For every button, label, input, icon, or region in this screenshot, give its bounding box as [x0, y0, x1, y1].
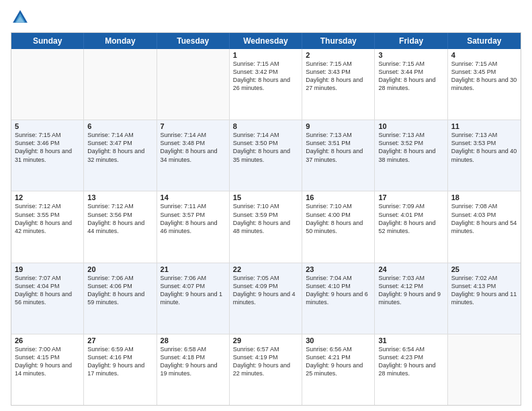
day-info: Sunrise: 6:58 AM Sunset: 4:18 PM Dayligh… [161, 345, 226, 378]
cal-cell-2-4: 8Sunrise: 7:14 AM Sunset: 3:50 PM Daylig… [230, 120, 302, 191]
cal-cell-1-3 [157, 49, 230, 120]
cal-cell-5-2: 27Sunrise: 6:59 AM Sunset: 4:16 PM Dayli… [84, 334, 157, 405]
day-number: 10 [378, 122, 443, 130]
page: SundayMondayTuesdayWednesdayThursdayFrid… [0, 0, 532, 411]
day-info: Sunrise: 7:14 AM Sunset: 3:50 PM Dayligh… [233, 131, 298, 164]
header-day-tuesday: Tuesday [157, 33, 230, 49]
day-number: 4 [451, 51, 517, 59]
day-info: Sunrise: 6:57 AM Sunset: 4:19 PM Dayligh… [233, 345, 298, 378]
cal-cell-1-1 [11, 49, 84, 120]
day-number: 29 [233, 336, 298, 345]
calendar-row-3: 12Sunrise: 7:12 AM Sunset: 3:55 PM Dayli… [11, 191, 521, 262]
header-day-friday: Friday [375, 33, 447, 49]
header-day-wednesday: Wednesday [230, 33, 302, 49]
day-info: Sunrise: 7:15 AM Sunset: 3:42 PM Dayligh… [233, 60, 298, 93]
cal-cell-1-5: 2Sunrise: 7:15 AM Sunset: 3:43 PM Daylig… [302, 49, 375, 120]
calendar-header: SundayMondayTuesdayWednesdayThursdayFrid… [11, 33, 521, 49]
cal-cell-5-4: 29Sunrise: 6:57 AM Sunset: 4:19 PM Dayli… [230, 334, 302, 405]
cal-cell-5-5: 30Sunrise: 6:56 AM Sunset: 4:21 PM Dayli… [302, 334, 375, 405]
cal-cell-4-6: 24Sunrise: 7:03 AM Sunset: 4:12 PM Dayli… [375, 263, 447, 334]
cal-cell-5-6: 31Sunrise: 6:54 AM Sunset: 4:23 PM Dayli… [375, 334, 447, 405]
day-info: Sunrise: 7:05 AM Sunset: 4:09 PM Dayligh… [233, 274, 298, 307]
day-info: Sunrise: 7:15 AM Sunset: 3:43 PM Dayligh… [306, 60, 371, 93]
calendar-body: 1Sunrise: 7:15 AM Sunset: 3:42 PM Daylig… [11, 49, 521, 405]
day-number: 19 [15, 265, 80, 273]
day-number: 17 [378, 193, 443, 201]
calendar-row-1: 1Sunrise: 7:15 AM Sunset: 3:42 PM Daylig… [11, 49, 521, 120]
cal-cell-4-4: 22Sunrise: 7:05 AM Sunset: 4:09 PM Dayli… [230, 263, 302, 334]
day-info: Sunrise: 7:08 AM Sunset: 4:03 PM Dayligh… [451, 202, 517, 235]
day-info: Sunrise: 7:13 AM Sunset: 3:53 PM Dayligh… [451, 131, 517, 164]
cal-cell-4-5: 23Sunrise: 7:04 AM Sunset: 4:10 PM Dayli… [302, 263, 375, 334]
header-day-saturday: Saturday [448, 33, 521, 49]
day-number: 9 [306, 122, 371, 130]
day-info: Sunrise: 7:11 AM Sunset: 3:57 PM Dayligh… [161, 202, 226, 235]
cal-cell-2-6: 10Sunrise: 7:13 AM Sunset: 3:52 PM Dayli… [375, 120, 447, 191]
day-info: Sunrise: 7:09 AM Sunset: 4:01 PM Dayligh… [378, 202, 443, 235]
header-day-sunday: Sunday [11, 33, 84, 49]
cal-cell-2-7: 11Sunrise: 7:13 AM Sunset: 3:53 PM Dayli… [448, 120, 521, 191]
day-number: 7 [161, 122, 226, 130]
header-day-thursday: Thursday [302, 33, 375, 49]
day-info: Sunrise: 7:12 AM Sunset: 3:56 PM Dayligh… [87, 202, 152, 235]
day-info: Sunrise: 6:59 AM Sunset: 4:16 PM Dayligh… [87, 345, 152, 378]
day-number: 22 [233, 265, 298, 273]
logo [11, 8, 31, 27]
calendar-row-2: 5Sunrise: 7:15 AM Sunset: 3:46 PM Daylig… [11, 120, 521, 191]
cal-cell-5-7 [448, 334, 521, 405]
calendar: SundayMondayTuesdayWednesdayThursdayFrid… [11, 32, 521, 406]
cal-cell-2-2: 6Sunrise: 7:14 AM Sunset: 3:47 PM Daylig… [84, 120, 157, 191]
day-number: 16 [306, 193, 371, 201]
day-info: Sunrise: 7:02 AM Sunset: 4:13 PM Dayligh… [451, 274, 517, 307]
cal-cell-1-2 [84, 49, 157, 120]
calendar-row-5: 26Sunrise: 7:00 AM Sunset: 4:15 PM Dayli… [11, 334, 521, 405]
day-number: 6 [87, 122, 152, 130]
day-info: Sunrise: 6:54 AM Sunset: 4:23 PM Dayligh… [378, 345, 443, 378]
cal-cell-2-5: 9Sunrise: 7:13 AM Sunset: 3:51 PM Daylig… [302, 120, 375, 191]
day-number: 27 [87, 336, 152, 345]
day-number: 20 [87, 265, 152, 273]
day-info: Sunrise: 7:00 AM Sunset: 4:15 PM Dayligh… [15, 345, 80, 378]
cal-cell-3-4: 15Sunrise: 7:10 AM Sunset: 3:59 PM Dayli… [230, 191, 302, 262]
cal-cell-4-1: 19Sunrise: 7:07 AM Sunset: 4:04 PM Dayli… [11, 263, 84, 334]
day-number: 31 [378, 336, 443, 345]
cal-cell-3-7: 18Sunrise: 7:08 AM Sunset: 4:03 PM Dayli… [448, 191, 521, 262]
cal-cell-1-6: 3Sunrise: 7:15 AM Sunset: 3:44 PM Daylig… [375, 49, 447, 120]
day-number: 12 [15, 193, 80, 201]
day-info: Sunrise: 7:03 AM Sunset: 4:12 PM Dayligh… [378, 274, 443, 307]
day-number: 15 [233, 193, 298, 201]
cal-cell-3-1: 12Sunrise: 7:12 AM Sunset: 3:55 PM Dayli… [11, 191, 84, 262]
day-number: 30 [306, 336, 371, 345]
day-number: 23 [306, 265, 371, 273]
day-number: 13 [87, 193, 152, 201]
calendar-row-4: 19Sunrise: 7:07 AM Sunset: 4:04 PM Dayli… [11, 263, 521, 334]
day-info: Sunrise: 7:06 AM Sunset: 4:07 PM Dayligh… [161, 274, 226, 307]
cal-cell-4-3: 21Sunrise: 7:06 AM Sunset: 4:07 PM Dayli… [157, 263, 230, 334]
cal-cell-1-4: 1Sunrise: 7:15 AM Sunset: 3:42 PM Daylig… [230, 49, 302, 120]
day-number: 26 [15, 336, 80, 345]
cal-cell-3-3: 14Sunrise: 7:11 AM Sunset: 3:57 PM Dayli… [157, 191, 230, 262]
day-info: Sunrise: 7:14 AM Sunset: 3:47 PM Dayligh… [87, 131, 152, 164]
day-info: Sunrise: 7:10 AM Sunset: 4:00 PM Dayligh… [306, 202, 371, 235]
day-number: 1 [233, 51, 298, 59]
day-info: Sunrise: 7:04 AM Sunset: 4:10 PM Dayligh… [306, 274, 371, 307]
day-number: 2 [306, 51, 371, 59]
logo-icon [11, 8, 30, 27]
day-info: Sunrise: 7:07 AM Sunset: 4:04 PM Dayligh… [15, 274, 80, 307]
day-info: Sunrise: 7:13 AM Sunset: 3:52 PM Dayligh… [378, 131, 443, 164]
day-info: Sunrise: 7:13 AM Sunset: 3:51 PM Dayligh… [306, 131, 371, 164]
cal-cell-5-1: 26Sunrise: 7:00 AM Sunset: 4:15 PM Dayli… [11, 334, 84, 405]
day-info: Sunrise: 7:14 AM Sunset: 3:48 PM Dayligh… [161, 131, 226, 164]
day-number: 14 [161, 193, 226, 201]
header [11, 8, 521, 27]
day-info: Sunrise: 7:15 AM Sunset: 3:44 PM Dayligh… [378, 60, 443, 93]
day-number: 8 [233, 122, 298, 130]
cal-cell-4-7: 25Sunrise: 7:02 AM Sunset: 4:13 PM Dayli… [448, 263, 521, 334]
day-info: Sunrise: 6:56 AM Sunset: 4:21 PM Dayligh… [306, 345, 371, 378]
day-info: Sunrise: 7:10 AM Sunset: 3:59 PM Dayligh… [233, 202, 298, 235]
day-number: 25 [451, 265, 517, 273]
day-info: Sunrise: 7:15 AM Sunset: 3:45 PM Dayligh… [451, 60, 517, 93]
cal-cell-4-2: 20Sunrise: 7:06 AM Sunset: 4:06 PM Dayli… [84, 263, 157, 334]
cal-cell-3-6: 17Sunrise: 7:09 AM Sunset: 4:01 PM Dayli… [375, 191, 447, 262]
day-number: 21 [161, 265, 226, 273]
